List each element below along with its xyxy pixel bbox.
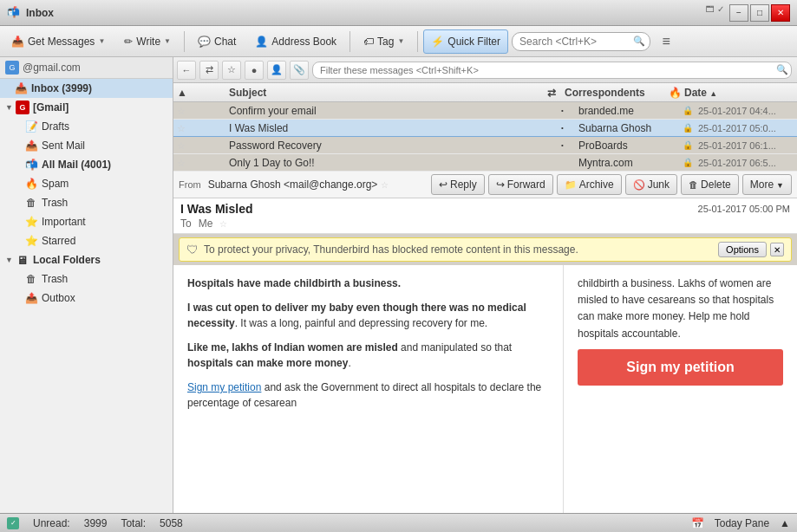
email-list: ☆ Confirm your email • branded.me 🔒 25-0… <box>173 102 797 172</box>
prio-2: 🔒 <box>683 140 698 150</box>
star-3[interactable]: ☆ <box>177 157 194 169</box>
sidebar-item-spam[interactable]: 🔥 Spam <box>0 174 173 193</box>
body-para-0: Hospitals have made childbirth a busines… <box>187 276 549 291</box>
quick-filter-icon: ⚡ <box>431 36 444 48</box>
sidebar-item-sent[interactable]: 📤 Sent Mail <box>0 136 173 155</box>
forward-button[interactable]: Forward <box>488 174 553 195</box>
restore-hint: 🗔 ✓ <box>706 4 724 22</box>
email-row-1[interactable]: ☆ I Was Misled • Subarna Ghosh 🔒 25-01-2… <box>173 120 797 137</box>
tag-button[interactable]: 🏷 Tag ▼ <box>356 29 412 54</box>
close-button[interactable]: ✕ <box>771 4 790 22</box>
star-0[interactable]: ☆ <box>177 105 194 117</box>
delete-button[interactable]: Delete <box>681 174 739 195</box>
sidebar-item-trash-gmail[interactable]: 🗑 Trash <box>0 193 173 212</box>
gmail-icon: G <box>16 101 29 114</box>
hamburger-menu-button[interactable]: ≡ <box>654 29 678 54</box>
from-3: Myntra.com <box>578 157 683 169</box>
filter-contact-button[interactable]: 👤 <box>267 61 286 80</box>
chevron-up-icon[interactable]: ▲ <box>780 517 790 529</box>
status-left: ✓ <box>7 517 19 529</box>
sign-petition-link-text[interactable]: Sign my petition <box>187 381 261 393</box>
prio-0: 🔒 <box>683 106 698 115</box>
local-folders-header[interactable]: ▼ 🖥 Local Folders <box>0 250 173 269</box>
address-book-button[interactable]: 👤 Address Book <box>247 29 344 54</box>
all-mail-icon: 📬 <box>24 158 38 172</box>
write-button[interactable]: ✏ Write ▼ <box>116 29 179 54</box>
privacy-close-button[interactable]: ✕ <box>770 243 784 256</box>
subject-3[interactable]: Only 1 Day to Go!! <box>229 157 561 169</box>
subject-1[interactable]: I Was Misled <box>229 122 561 134</box>
col-correspondents-header[interactable]: Correspondents <box>565 87 669 99</box>
star-2[interactable]: ☆ <box>177 139 194 152</box>
delete-icon <box>689 178 698 191</box>
star-1[interactable]: ☆ <box>177 122 194 134</box>
connection-icon: ✓ <box>7 517 19 529</box>
status-bar: ✓ Unread: 3999 Total: 5058 📅 Today Pane … <box>0 513 797 532</box>
email-action-bar: From Subarna Ghosh <mail@change.org> ☆ R… <box>173 172 797 198</box>
sender-star-icon[interactable]: ☆ <box>381 180 389 190</box>
write-dropdown-arrow[interactable]: ▼ <box>164 37 171 45</box>
sign-petition-button[interactable]: Sign my petition <box>578 349 783 386</box>
email-subject-display: I Was Misled <box>180 202 253 216</box>
get-messages-button[interactable]: 📥 Get Messages ▼ <box>3 29 113 54</box>
more-button[interactable]: More <box>742 174 792 195</box>
col-subject-header[interactable]: Subject <box>229 87 547 99</box>
toolbar-divider-2 <box>350 31 350 52</box>
to-value: Me <box>199 217 213 230</box>
gmail-group-header[interactable]: ▼ G [Gmail] <box>0 98 173 117</box>
to-star-icon[interactable]: ☆ <box>219 219 227 229</box>
window-title: Inbox <box>26 7 706 19</box>
filter-attachment-button[interactable]: 📎 <box>290 61 309 80</box>
sidebar-item-inbox[interactable]: 📥 Inbox (3999) <box>0 79 173 98</box>
account-header[interactable]: G @gmail.com <box>0 57 173 79</box>
email-row-0[interactable]: ☆ Confirm your email • branded.me 🔒 25-0… <box>173 102 797 120</box>
filter-unread-button[interactable]: ● <box>245 61 264 80</box>
search-wrapper: 🔍 <box>512 32 650 51</box>
col-prio: 🔥 <box>669 87 684 99</box>
thread-dot-2: • <box>561 141 578 149</box>
minimize-button[interactable]: − <box>729 4 748 22</box>
total-count: 5058 <box>160 517 183 529</box>
sort-icon: ▲ <box>177 87 187 99</box>
email-area: ← ⇄ ☆ ● 👤 📎 🔍 ▲ Subject ⇄ Correspondents… <box>173 57 797 513</box>
chat-icon: 💬 <box>198 36 211 48</box>
restore-button[interactable]: □ <box>750 4 769 22</box>
app-icon: 📬 <box>7 6 21 20</box>
write-icon: ✏ <box>124 36 133 48</box>
filter-search-input[interactable] <box>312 62 792 79</box>
sidebar-item-all-mail[interactable]: 📬 All Mail (4001) <box>0 155 173 174</box>
email-row-3[interactable]: ☆ Only 1 Day to Go!! Myntra.com 🔒 25-01-… <box>173 154 797 172</box>
subject-2[interactable]: Password Recovery <box>229 139 561 152</box>
today-pane-label[interactable]: Today Pane <box>715 517 769 529</box>
get-messages-dropdown-arrow[interactable]: ▼ <box>98 37 105 45</box>
search-icon: 🔍 <box>633 36 645 47</box>
email-body-left: Hospitals have made childbirth a busines… <box>173 265 563 513</box>
tag-dropdown-arrow[interactable]: ▼ <box>397 37 404 45</box>
sent-icon: 📤 <box>24 139 38 152</box>
date-1: 25-01-2017 05:0... <box>698 122 794 134</box>
sidebar-item-outbox[interactable]: 📤 Outbox <box>0 289 173 308</box>
email-row-2[interactable]: ☆ Password Recovery • ProBoards 🔒 25-01-… <box>173 137 797 154</box>
junk-icon <box>633 178 645 191</box>
sidebar-item-starred[interactable]: ⭐ Starred <box>0 231 173 250</box>
sidebar-item-drafts[interactable]: 📝 Drafts <box>0 117 173 136</box>
sidebar-item-trash-local[interactable]: 🗑 Trash <box>0 269 173 289</box>
col-date-header[interactable]: Date ▲ <box>684 87 780 99</box>
forward-icon <box>496 178 505 191</box>
privacy-options-button[interactable]: Options <box>718 242 767 257</box>
junk-button[interactable]: Junk <box>625 174 677 195</box>
filter-star-button[interactable]: ☆ <box>222 61 241 80</box>
main-toolbar: 📥 Get Messages ▼ ✏ Write ▼ 💬 Chat 👤 Addr… <box>0 26 797 57</box>
filter-thread-button[interactable]: ⇄ <box>199 61 219 80</box>
archive-button[interactable]: Archive <box>557 174 622 195</box>
reply-button[interactable]: Reply <box>431 174 485 195</box>
search-input[interactable] <box>512 32 650 51</box>
spam-icon: 🔥 <box>24 177 38 191</box>
subject-0[interactable]: Confirm your email <box>229 105 561 117</box>
filter-back-button[interactable]: ← <box>177 61 196 80</box>
col-sort-indicator: ▲ <box>177 87 194 99</box>
sidebar-item-important[interactable]: ⭐ Important <box>0 212 173 231</box>
quick-filter-button[interactable]: ⚡ Quick Filter <box>423 29 508 54</box>
from-0: branded.me <box>578 105 683 117</box>
chat-button[interactable]: 💬 Chat <box>190 29 244 54</box>
